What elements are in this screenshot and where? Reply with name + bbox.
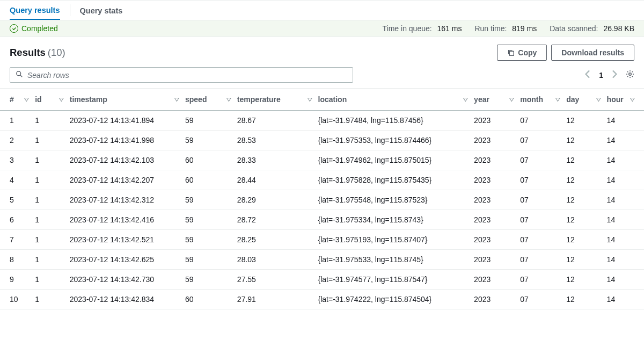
col-header-temperature[interactable]: temperature▽ [234, 89, 315, 111]
cell-day: 12 [563, 111, 603, 131]
filter-icon[interactable]: ▽ [630, 97, 634, 102]
page-number: 1 [599, 71, 603, 80]
filter-icon[interactable]: ▽ [24, 97, 28, 102]
svg-line-8 [627, 71, 628, 73]
cell-location: {lat=-31.974577, lng=115.87547} [315, 270, 471, 290]
cell-month: 07 [517, 111, 563, 131]
copy-button[interactable]: Copy [497, 45, 547, 61]
filter-icon[interactable]: ▽ [555, 97, 560, 102]
results-title-wrap: Results (10) [10, 47, 65, 59]
cell-id: 1 [32, 270, 67, 290]
results-title: Results [10, 47, 46, 58]
stat-scanned: Data scanned: 26.98 KB [550, 24, 634, 33]
cell-location: {lat=-31.975828, lng=115.875435} [315, 170, 471, 190]
col-header-month[interactable]: month▽ [517, 89, 563, 111]
cell-year: 2023 [471, 290, 517, 309]
col-header-id[interactable]: id▽ [32, 89, 67, 111]
tab-query-stats[interactable]: Query stats [80, 1, 123, 19]
cell-speed: 60 [182, 170, 234, 190]
cell-temperature: 27.91 [234, 290, 315, 309]
cell-timestamp: 2023-07-12 14:13:42.730 [67, 270, 182, 290]
filter-icon[interactable]: ▽ [463, 97, 467, 102]
cell-idx: 10 [0, 290, 32, 309]
filter-icon[interactable]: ▽ [509, 97, 514, 102]
cell-day: 12 [563, 131, 603, 150]
status-label: Completed [21, 24, 58, 33]
status-completed: Completed [10, 24, 58, 33]
table-row: 512023-07-12 14:13:42.3125928.29{lat=-31… [0, 190, 644, 210]
query-results-panel: Query results Query stats Completed Time… [0, 0, 644, 309]
filter-icon[interactable]: ▽ [596, 97, 601, 102]
cell-day: 12 [563, 230, 603, 250]
cell-location: {lat=-31.97484, lng=115.87456} [315, 111, 471, 131]
filter-icon[interactable]: ▽ [308, 97, 312, 102]
cell-temperature: 28.67 [234, 111, 315, 131]
cell-timestamp: 2023-07-12 14:13:42.834 [67, 290, 182, 309]
cell-idx: 7 [0, 230, 32, 250]
cell-month: 07 [517, 131, 563, 150]
col-header-day[interactable]: day▽ [563, 89, 603, 111]
cell-speed: 59 [182, 190, 234, 210]
cell-day: 12 [563, 290, 603, 309]
cell-location: {lat=-31.975548, lng=115.87523} [315, 190, 471, 210]
col-header-hour[interactable]: hour▽ [604, 89, 644, 111]
table-header-row: #▽ id▽ timestamp▽ speed▽ temperature▽ lo… [0, 89, 644, 111]
svg-line-2 [20, 75, 23, 77]
svg-line-9 [632, 76, 633, 77]
table-row: 912023-07-12 14:13:42.7305927.55{lat=-31… [0, 270, 644, 290]
cell-id: 1 [32, 230, 67, 250]
tab-query-results[interactable]: Query results [10, 1, 60, 20]
table-row: 312023-07-12 14:13:42.1036028.33{lat=-31… [0, 150, 644, 170]
cell-speed: 59 [182, 250, 234, 270]
filter-icon[interactable]: ▽ [59, 97, 63, 102]
cell-month: 07 [517, 170, 563, 190]
filter-icon[interactable]: ▽ [226, 97, 231, 102]
cell-speed: 60 [182, 150, 234, 170]
cell-location: {lat=-31.975533, lng=115.8745} [315, 250, 471, 270]
stat-runtime: Run time: 819 ms [474, 24, 537, 33]
cell-year: 2023 [471, 210, 517, 230]
cell-location: {lat=-31.974962, lng=115.875015} [315, 150, 471, 170]
download-label: Download results [561, 48, 624, 57]
cell-id: 1 [32, 190, 67, 210]
cell-year: 2023 [471, 270, 517, 290]
cell-year: 2023 [471, 230, 517, 250]
cell-hour: 14 [604, 250, 644, 270]
cell-timestamp: 2023-07-12 14:13:42.312 [67, 190, 182, 210]
download-results-button[interactable]: Download results [551, 45, 634, 61]
results-header: Results (10) Copy Download results [0, 37, 644, 67]
prev-page-button[interactable] [585, 70, 590, 80]
cell-temperature: 28.29 [234, 190, 315, 210]
cell-hour: 14 [604, 150, 644, 170]
cell-location: {lat=-31.975353, lng=115.874466} [315, 131, 471, 150]
cell-temperature: 28.72 [234, 210, 315, 230]
cell-hour: 14 [604, 111, 644, 131]
cell-month: 07 [517, 290, 563, 309]
table-row: 412023-07-12 14:13:42.2076028.44{lat=-31… [0, 170, 644, 190]
cell-speed: 59 [182, 111, 234, 131]
table-row: 212023-07-12 14:13:41.9985928.53{lat=-31… [0, 131, 644, 150]
tab-divider [70, 4, 70, 16]
col-header-year[interactable]: year▽ [471, 89, 517, 111]
next-page-button[interactable] [612, 70, 617, 80]
search-icon [16, 70, 23, 80]
filter-icon[interactable]: ▽ [174, 97, 179, 102]
cell-location: {lat=-31.975193, lng=115.87407} [315, 230, 471, 250]
cell-timestamp: 2023-07-12 14:13:42.625 [67, 250, 182, 270]
cell-month: 07 [517, 150, 563, 170]
cell-month: 07 [517, 250, 563, 270]
cell-location: {lat=-31.974222, lng=115.874504} [315, 290, 471, 309]
cell-timestamp: 2023-07-12 14:13:42.521 [67, 230, 182, 250]
svg-point-1 [17, 71, 21, 76]
col-header-speed[interactable]: speed▽ [182, 89, 234, 111]
search-input[interactable] [27, 71, 347, 80]
col-header-timestamp[interactable]: timestamp▽ [67, 89, 182, 111]
col-header-index[interactable]: #▽ [0, 89, 32, 111]
settings-button[interactable] [626, 70, 634, 80]
cell-hour: 14 [604, 190, 644, 210]
svg-rect-0 [510, 51, 514, 55]
cell-idx: 5 [0, 190, 32, 210]
search-wrap[interactable] [10, 67, 353, 83]
cell-timestamp: 2023-07-12 14:13:42.416 [67, 210, 182, 230]
col-header-location[interactable]: location▽ [315, 89, 471, 111]
